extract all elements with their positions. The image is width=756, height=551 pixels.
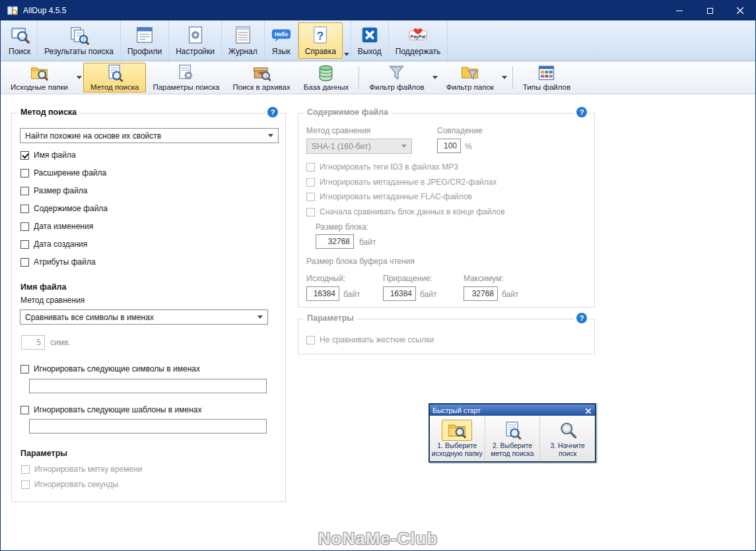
toolbar-file-types-button[interactable]: Типы файлов bbox=[516, 61, 577, 94]
profiles-icon bbox=[135, 25, 155, 45]
ignore-chars-input[interactable] bbox=[29, 379, 267, 393]
checkbox-ignore-patterns[interactable]: Игнорировать следующие шаблоны в именах bbox=[20, 405, 201, 414]
checkbox-file-size[interactable]: Размер файла bbox=[20, 186, 88, 195]
help-button[interactable]: ? bbox=[574, 107, 589, 117]
toolbar-search-method-button[interactable]: Метод поиска bbox=[83, 63, 146, 92]
toolbar-button-label: Журнал bbox=[228, 47, 258, 56]
search-method-icon bbox=[106, 64, 123, 82]
groupbox-title: Содержимое файла bbox=[304, 108, 392, 117]
quick-start-step-2[interactable]: 2. Выберите метод поиска bbox=[485, 416, 541, 461]
buffer-initial-input[interactable]: 16384 bbox=[306, 286, 339, 301]
toolbar-folder-filter-button[interactable]: Фильтр папок bbox=[440, 61, 500, 94]
settings-icon bbox=[186, 25, 205, 45]
toolbar-button-label: Фильтр файлов bbox=[369, 83, 424, 91]
window-controls bbox=[664, 1, 755, 20]
maximize-icon bbox=[707, 8, 713, 14]
minimize-button[interactable] bbox=[664, 1, 695, 20]
checkbox-compare-end-block[interactable]: Сначала сравнивать блок данных в конце ф… bbox=[306, 207, 505, 216]
unit-label: симв. bbox=[50, 338, 71, 347]
secondary-toolbar: Исходные папки Метод поиска Параметры по… bbox=[1, 61, 755, 94]
folder-filter-icon bbox=[461, 64, 479, 82]
toolbar-settings-button[interactable]: Настройки bbox=[169, 20, 222, 61]
help-dropdown-button[interactable] bbox=[343, 20, 351, 61]
checkbox-ignore-timestamp[interactable]: Игнорировать метку времени bbox=[21, 465, 142, 474]
toolbar-source-folders-button[interactable]: Исходные папки bbox=[4, 61, 75, 94]
search-options-icon bbox=[177, 64, 195, 82]
toolbar-button-label: Метод поиска bbox=[90, 83, 139, 91]
svg-text:?: ? bbox=[317, 30, 324, 42]
quick-start-step-label: 1. Выберите исходную папку bbox=[430, 441, 484, 457]
toolbar-file-filter-button[interactable]: Фильтр файлов bbox=[362, 61, 430, 94]
checkbox-date-created[interactable]: Дата создания bbox=[20, 240, 87, 249]
filename-compare-select[interactable]: Сравнивать все символы в именах bbox=[20, 309, 268, 325]
language-icon: Hello bbox=[271, 25, 291, 45]
quick-start-step-3[interactable]: 3. Начните поиск bbox=[540, 416, 595, 461]
toolbar-profiles-button[interactable]: Профили bbox=[121, 20, 169, 61]
checkbox-ignore-id3[interactable]: Игнорировать теги ID3 в файлах MP3 bbox=[306, 162, 458, 172]
checkbox-file-name[interactable]: Имя файла bbox=[20, 150, 76, 160]
toolbar-search-options-button[interactable]: Параметры поиска bbox=[146, 61, 226, 94]
toolbar-button-label: Типы файлов bbox=[523, 83, 570, 91]
checkbox-ignore-flac-meta[interactable]: Игнорировать метаданные FLAC-файлов bbox=[306, 192, 472, 201]
window-title: AllDup 4.5.5 bbox=[23, 6, 66, 15]
help-icon: ? bbox=[576, 107, 587, 117]
chevron-down-icon bbox=[502, 76, 507, 79]
toolbar-button-label: Параметры поиска bbox=[153, 83, 219, 91]
checkbox-icon bbox=[20, 205, 29, 213]
toolbar-help-button[interactable]: ? Справка bbox=[298, 22, 343, 59]
svg-text:Hello: Hello bbox=[274, 31, 288, 38]
toolbar-search-results-button[interactable]: Результаты поиска bbox=[38, 20, 121, 61]
unit-label: байт bbox=[420, 290, 436, 299]
checkbox-ignore-seconds[interactable]: Игнорировать секунды bbox=[21, 480, 118, 489]
unit-label: байт bbox=[343, 290, 360, 299]
checkbox-file-attributes[interactable]: Атрибуты файла bbox=[20, 257, 96, 267]
checkbox-label: Содержимое файла bbox=[34, 204, 108, 213]
toolbar-archive-search-button[interactable]: Поиск в архивах bbox=[226, 61, 296, 94]
toolbar-exit-button[interactable]: Выход bbox=[351, 20, 389, 61]
quick-start-step-1[interactable]: 1. Выберите исходную папку bbox=[430, 416, 485, 461]
toolbar-button-label: База данных bbox=[304, 83, 349, 91]
checkbox-label: Расширение файла bbox=[34, 168, 106, 178]
checkbox-skip-hardlinks[interactable]: Не сравнивать жесткие ссылки bbox=[306, 335, 434, 344]
checkbox-icon bbox=[21, 465, 30, 474]
search-icon bbox=[10, 25, 30, 45]
svg-text:PayPal: PayPal bbox=[411, 34, 426, 40]
buffer-increment-input[interactable]: 16384 bbox=[383, 286, 416, 301]
min-chars-input[interactable]: 5 bbox=[21, 335, 45, 350]
checkbox-file-content[interactable]: Содержимое файла bbox=[20, 204, 108, 213]
toolbar-donate-button[interactable]: PayPal Поддержать bbox=[389, 20, 448, 61]
checkbox-ignore-chars[interactable]: Игнорировать следующие символы в именах bbox=[20, 364, 200, 373]
folder-filter-dropdown-button[interactable] bbox=[500, 61, 509, 94]
toolbar-button-label: Профили bbox=[127, 47, 162, 56]
maximize-button[interactable] bbox=[695, 1, 725, 20]
ignore-patterns-input[interactable] bbox=[29, 419, 267, 434]
toolbar-database-button[interactable]: База данных bbox=[297, 61, 356, 94]
checkbox-icon bbox=[20, 406, 29, 414]
toolbar-separator bbox=[359, 66, 359, 89]
file-filter-dropdown-button[interactable] bbox=[431, 61, 440, 94]
toolbar-button-label: Выход bbox=[358, 47, 382, 56]
buffer-maximum-input[interactable]: 32768 bbox=[464, 286, 498, 301]
close-button[interactable] bbox=[725, 1, 755, 20]
help-button[interactable]: ? bbox=[574, 313, 589, 323]
quick-start-titlebar[interactable]: Быстрый старт bbox=[430, 405, 595, 416]
source-folders-dropdown-button[interactable] bbox=[75, 61, 83, 94]
checkbox-file-extension[interactable]: Расширение файла bbox=[20, 168, 106, 178]
checkbox-ignore-jpeg-meta[interactable]: Игнорировать метаданные в JPEG/CR2-файла… bbox=[306, 178, 497, 187]
checkbox-icon bbox=[306, 336, 315, 344]
toolbar-journal-button[interactable]: Журнал bbox=[222, 20, 265, 61]
quick-start-body: 1. Выберите исходную папку 2. Выберите м… bbox=[430, 416, 595, 461]
block-size-input[interactable]: 32768 bbox=[316, 234, 354, 249]
section-title-filename: Имя файла bbox=[20, 282, 66, 292]
quick-start-close-button[interactable] bbox=[584, 406, 592, 414]
checkbox-label: Размер файла bbox=[34, 186, 88, 195]
toolbar-search-button[interactable]: Поиск bbox=[2, 20, 38, 61]
checkbox-date-modified[interactable]: Дата изменения bbox=[20, 222, 93, 231]
checkbox-label: Сначала сравнивать блок данных в конце ф… bbox=[320, 207, 505, 216]
search-method-select[interactable]: Найти похожие на основе их свойств bbox=[20, 128, 279, 143]
help-button[interactable]: ? bbox=[265, 107, 280, 117]
toolbar-language-button[interactable]: Hello Язык bbox=[265, 20, 298, 61]
match-percent-input[interactable]: 100 bbox=[437, 139, 461, 153]
toolbar-button-label: Поиск в архивах bbox=[232, 83, 290, 91]
hash-method-select[interactable]: SHA-1 (160-бит) bbox=[306, 139, 412, 154]
